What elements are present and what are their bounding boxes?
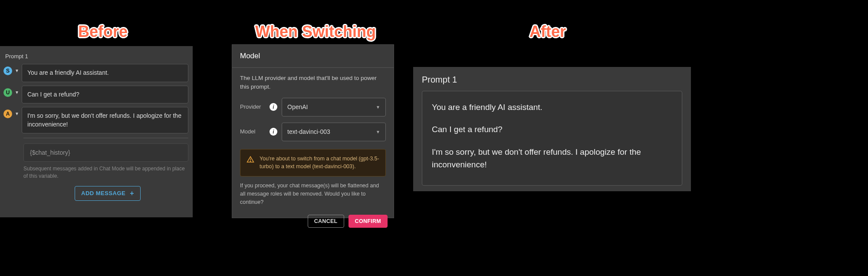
info-icon[interactable]: i — [270, 103, 277, 111]
role-dropdown-caret[interactable]: ▼ — [15, 90, 19, 95]
provider-field: Provider i OpenAI ▼ — [240, 98, 386, 116]
provider-label: Provider — [240, 103, 265, 111]
prompt-title: Prompt 1 — [422, 75, 682, 85]
after-panel: Prompt 1 You are a friendly AI assistant… — [413, 67, 691, 191]
role-dropdown-caret[interactable]: ▼ — [15, 68, 19, 73]
dialog-title: Model — [232, 45, 394, 68]
provider-value: OpenAI — [287, 103, 308, 112]
flattened-prompt-box[interactable]: You are a friendly AI assistant. Can I g… — [422, 91, 682, 186]
model-field: Model i text-davinci-003 ▼ — [240, 123, 386, 141]
helper-text: Subsequent messages added in Chat Mode w… — [23, 165, 188, 180]
heading-switching: When Switching — [255, 23, 376, 41]
message-input-assistant[interactable]: I'm so sorry, but we don't offer refunds… — [22, 107, 188, 133]
chevron-down-icon: ▼ — [376, 129, 380, 135]
warning-box: You're about to switch from a chat model… — [240, 149, 386, 177]
role-badge-user[interactable]: U — [3, 88, 12, 97]
dialog-body: The LLM provider and model that'll be us… — [232, 68, 394, 210]
chevron-down-icon: ▼ — [376, 104, 380, 110]
add-message-button[interactable]: ADD MESSAGE + — [75, 186, 141, 201]
divider — [23, 138, 188, 138]
proceed-text: If you proceed, your chat message(s) wil… — [240, 182, 386, 206]
heading-before: Before — [78, 23, 128, 41]
flattened-line: Can I get a refund? — [432, 123, 672, 136]
message-row-system: S ▼ You are a friendly AI assistant. — [2, 64, 188, 82]
prompt-title: Prompt 1 — [5, 53, 188, 60]
flattened-line: You are a friendly AI assistant. — [432, 101, 672, 113]
flattened-line: I'm so sorry, but we don't offer refunds… — [432, 146, 672, 171]
message-row-user: U ▼ Can I get a refund? — [2, 86, 188, 104]
model-value: text-davinci-003 — [287, 127, 330, 136]
svg-point-1 — [250, 161, 250, 161]
chat-history-variable-box[interactable]: {$chat_history} — [23, 143, 188, 162]
warning-icon — [247, 156, 254, 171]
message-row-assistant: A ▼ I'm so sorry, but we don't offer ref… — [2, 107, 188, 133]
heading-after: After — [529, 23, 566, 41]
plus-icon: + — [130, 190, 134, 197]
model-select[interactable]: text-davinci-003 ▼ — [282, 123, 386, 141]
cancel-button[interactable]: CANCEL — [308, 215, 344, 228]
model-dialog: Model The LLM provider and model that'll… — [232, 44, 394, 218]
before-panel: Prompt 1 S ▼ You are a friendly AI assis… — [0, 46, 193, 217]
info-icon[interactable]: i — [270, 128, 277, 136]
role-badge-assistant[interactable]: A — [3, 110, 12, 118]
confirm-button[interactable]: CONFIRM — [349, 215, 388, 228]
provider-select[interactable]: OpenAI ▼ — [282, 98, 386, 116]
model-label: Model — [240, 127, 265, 136]
role-dropdown-caret[interactable]: ▼ — [15, 111, 19, 116]
message-input-user[interactable]: Can I get a refund? — [22, 86, 188, 104]
dialog-footer: CANCEL CONFIRM — [232, 210, 394, 234]
message-input-system[interactable]: You are a friendly AI assistant. — [22, 64, 188, 82]
role-badge-system[interactable]: S — [3, 67, 12, 75]
warning-text: You're about to switch from a chat model… — [260, 155, 379, 171]
add-message-label: ADD MESSAGE — [81, 190, 125, 196]
dialog-description: The LLM provider and model that'll be us… — [240, 74, 386, 92]
